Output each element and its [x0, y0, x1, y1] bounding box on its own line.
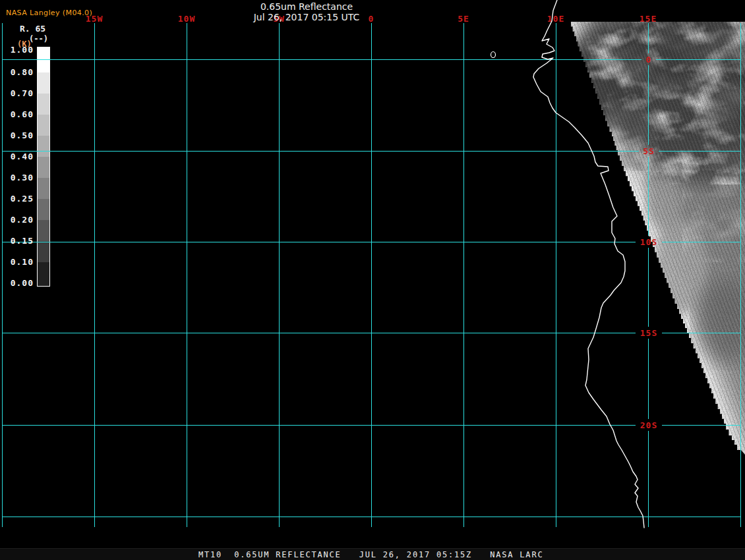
parallel-label: 15S: [640, 328, 657, 338]
parallel-label: 20S: [640, 420, 657, 430]
meridian-label: 15E: [640, 14, 657, 24]
colorbar-segment: [38, 94, 49, 115]
legend-scale-value: 0.40: [8, 152, 34, 161]
colorbar-segment: [38, 157, 49, 178]
legend-scale-value: 0.10: [8, 258, 34, 267]
title-block: 0.65um Reflectance Jul 26, 2017 05:15 UT…: [198, 1, 415, 22]
legend-scale-value: 0.20: [8, 215, 34, 225]
satellite-map: 15W10W5W05E10E15E05S10S15S20S: [0, 0, 745, 560]
meridian-label: 10E: [547, 14, 564, 24]
colorbar-segment: [38, 241, 49, 262]
legend-scale-value: 1.00: [8, 45, 34, 55]
legend-scale-value: 0.80: [8, 68, 34, 77]
colorbar-segment: [38, 178, 49, 199]
status-bar: MT10 0.65UM REFLECTANCE JUL 26, 2017 05:…: [0, 548, 745, 560]
colorbar-segment: [38, 136, 49, 157]
reflectance-colorbar: [38, 47, 50, 287]
meridian-label: 5E: [458, 14, 469, 24]
satellite-image-viewer: 15W10W5W05E10E15E05S10S15S20S NASA Langl…: [0, 0, 745, 560]
legend-subtitle: (--): [29, 34, 48, 43]
legend-scale-value: 0.50: [8, 131, 34, 140]
colorbar-segment: [38, 72, 49, 94]
colorbar-segment: [38, 199, 49, 220]
parallel-label: 5S: [643, 146, 655, 156]
legend-scale-value: 0.70: [8, 89, 34, 98]
colorbar-segment: [38, 262, 49, 286]
legend-title: R. 65: [20, 24, 45, 34]
island-outline: [491, 52, 496, 58]
legend-scale-value: 0.25: [8, 194, 34, 204]
legend-scale-value: 0.60: [8, 110, 34, 119]
legend-scale-value: 0.30: [8, 173, 34, 182]
colorbar-segment: [38, 220, 49, 241]
page-title: 0.65um Reflectance: [198, 1, 415, 13]
timestamp-label: Jul 26, 2017 05:15 UTC: [198, 13, 415, 22]
parallel-label: 10S: [640, 237, 657, 247]
legend-scale-value: 0.15: [8, 237, 34, 246]
legend-scale-value: 0.00: [8, 279, 34, 288]
status-bar-text: MT10 0.65UM REFLECTANCE JUL 26, 2017 05:…: [198, 550, 543, 559]
meridian-label: 10W: [178, 14, 195, 24]
parallel-label: 0: [646, 55, 652, 65]
credit-label: NASA Langley (M04.0): [6, 9, 92, 17]
colorbar-segment: [38, 115, 49, 136]
